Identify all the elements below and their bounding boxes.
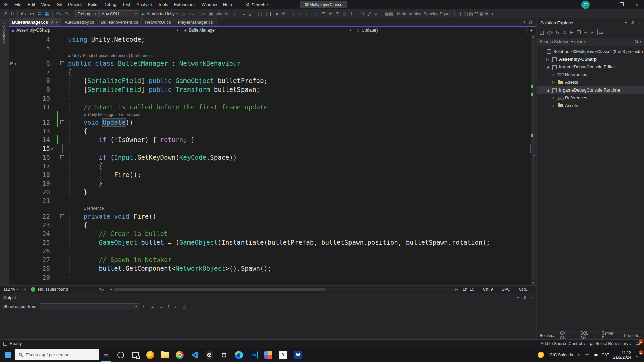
code-line[interactable]: 20 } [9,188,536,196]
code-line[interactable]: 13 { [9,127,536,135]
cortana-icon[interactable] [113,348,128,362]
action-center-button[interactable]: 1 [635,352,641,357]
new-project-icon[interactable]: ⊞▾ [20,11,28,16]
breadcrumb-update[interactable]: ◇Update() [354,27,527,34]
network-icon[interactable] [584,353,589,357]
notifications-bell-button[interactable]: 1 [636,341,641,346]
restart-icon[interactable]: ⟲ [280,11,287,16]
fold-gutter[interactable]: − [59,120,65,124]
fold-collapse-icon[interactable]: − [60,120,64,124]
collapse-arrow-icon[interactable]: ◢ [545,88,550,92]
minimize-button[interactable]: – [597,0,612,9]
code-line[interactable]: 18 Fire(); [9,170,536,179]
hidden-icons-chevron[interactable]: ∧ [577,352,580,357]
align-right-icon[interactable]: ⊭ [327,11,334,16]
vertical-scrollbar[interactable]: ▲▼ [531,34,536,285]
menu-edit[interactable]: Edit [24,0,38,9]
vscode-icon[interactable] [187,348,202,362]
misc-toolbar-icons[interactable]: ◫ ◫ ▨ ☷ ▦ ❖ ➔ [457,11,495,16]
show-all-files-icon[interactable]: ▭ [597,29,604,35]
file-explorer-icon[interactable] [158,348,172,362]
align-top-icon[interactable]: ⊤ [334,11,341,16]
step-out-icon[interactable]: ↑ [304,11,309,16]
code-line[interactable]: 4using Unity.Netcode; [9,35,536,44]
language-indicator[interactable]: CAT [602,353,609,357]
tree-item-ingamedebugconsole-editor[interactable]: ◢IngameDebugConsole.Editor [537,63,644,71]
output-source-dropdown[interactable]: ▾ [40,303,139,310]
fold-collapse-icon[interactable]: − [60,214,64,218]
tree-item-assembly-csharp[interactable]: ▷Assembly-CSharp [537,55,644,63]
clock[interactable]: 11:12 21/2/2024 [613,350,631,360]
tree-item-solution-00multiplayerclasse-3-of-3-projects-[interactable]: ∞Solution '00MultiplayerClasse' (3 of 3 … [537,48,644,55]
step-over-icon[interactable]: ↪ [297,11,303,16]
search-menu[interactable]: Search ▾ [243,2,271,7]
tab-networkui-cs[interactable]: NetworkUI.cs [142,18,174,26]
hot-reload-icon[interactable]: ♨▾ [187,11,195,16]
find-in-files-icon[interactable]: 🗂 [200,11,207,16]
split-editor-icon[interactable]: + [527,27,536,34]
tab-playermanager-cs[interactable]: PlayerManager.cs [174,18,216,26]
tab-bulletmanager-cs[interactable]: BulletManager.cs⋂× [9,18,61,26]
column-indicator[interactable]: Ch: 9 [483,287,493,292]
tab-list-chevron-icon[interactable]: ▾ [523,20,525,24]
tab-bulletmovement-cs[interactable]: BulletMovement.cs [98,18,142,26]
properties-icon[interactable] [590,30,594,34]
make-vertical-spacing-equal-label[interactable]: Make Vertical Spacing Equal [395,12,452,16]
undo-icon[interactable]: ↶▾ [55,11,62,16]
panel-tab-gitcha[interactable]: Git Cha... [560,331,576,340]
line-ending-indicator[interactable]: CRLF [519,287,530,292]
goto-previous-message-icon[interactable]: ≢ [150,304,157,309]
pause-icon[interactable]: ❙❙ [264,11,274,16]
refresh-icon[interactable]: ↻ [563,29,567,35]
expand-arrow-icon[interactable]: ▷ [551,104,556,107]
menu-analyze[interactable]: Analyze [133,0,155,9]
cursor-icon[interactable]: ⇱ [224,11,230,16]
code-line[interactable]: 17 { [9,162,536,170]
tree-item-assets[interactable]: ▷Assets [537,78,644,86]
open-folder-icon[interactable]: 🗀 [28,11,35,16]
align-middle-icon[interactable]: ▒ [342,11,347,16]
chevron-down-icon[interactable]: ▾ [517,296,519,300]
collapse-arrow-icon[interactable]: ◢ [545,65,550,69]
scroll-down-icon[interactable]: ▼ [531,281,536,284]
word-wrap-icon[interactable]: ↵ [173,304,179,309]
start-without-debugging-icon[interactable]: ▷ [180,11,186,16]
menu-tools[interactable]: Tools [155,0,171,9]
breadcrumb-assemblycsharp[interactable]: ⊟Assembly-CSharp▾ [9,27,181,34]
show-next-statement-icon[interactable]: ≡ [241,11,247,16]
size-to-grid-icon[interactable]: ⊡ [359,11,365,16]
code-line[interactable]: 9 [SerializeField] public Transform bull… [9,85,536,94]
panel-tab-solutio[interactable]: Solutio... [540,333,555,338]
code-line[interactable]: 21 [9,196,536,205]
chrome-icon[interactable] [172,348,187,362]
close-button[interactable]: × [629,0,644,9]
code-line[interactable]: 19 } [9,179,536,188]
menu-project[interactable]: Project [65,0,85,9]
menu-git[interactable]: Git [53,0,65,9]
menu-window[interactable]: Window [199,0,220,9]
redo-icon[interactable]: ↷▾ [63,11,71,16]
menu-view[interactable]: View [38,0,53,9]
close-icon[interactable]: × [639,21,641,25]
save-icon[interactable]: ▤ [36,11,43,16]
avatar[interactable]: JF [581,1,590,9]
code-line[interactable]: O↑6−public class BulletManager : Network… [9,59,536,68]
breakpoint-icon[interactable]: ▢ [256,11,263,16]
weather-label[interactable]: 13°C Soleado [548,353,573,357]
zoom-level-dropdown[interactable]: 112 %▾ [3,287,18,292]
navigate-back-icon[interactable]: ↺ [2,11,8,16]
photoshop-icon[interactable]: Ps [246,348,261,362]
pending-changes-filter-icon[interactable]: ◷▾ [547,29,553,35]
code-line[interactable]: 16− if (Input.GetKeyDown(KeyCode.Space)) [9,153,536,162]
code-line[interactable]: 15 [9,144,536,153]
align-bottom-icon[interactable]: ⊥ [348,11,355,16]
close-tab-icon[interactable]: × [55,20,58,25]
code-cleanup-icon[interactable]: ✎▾ [97,287,105,292]
code-line[interactable]: 5 [9,44,536,52]
fold-collapse-icon[interactable]: − [60,61,64,65]
time-icon[interactable]: ◷ [182,304,187,309]
panel-tab-servere[interactable]: Server E... [602,331,619,340]
goto-next-message-icon[interactable]: ≡ [159,304,164,309]
indent-icon[interactable]: ⇾ [231,11,237,16]
find-message-icon[interactable]: ⊢ [142,304,147,309]
